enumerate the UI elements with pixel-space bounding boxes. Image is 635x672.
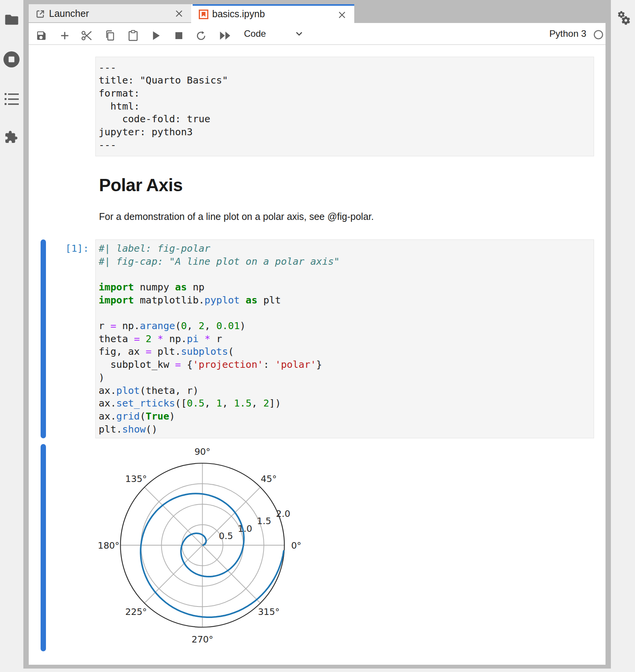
notebook-toolbar: Code Python 3 (29, 23, 606, 45)
code-line: ax.plot(theta, r) (99, 384, 591, 397)
sidebar-item-extension-manager[interactable] (4, 130, 18, 144)
interrupt-kernel-button[interactable] (173, 25, 184, 46)
tab-basics-ipynb[interactable]: basics.ipynb (193, 4, 354, 23)
raw-cell-line: jupyter: python3 (99, 126, 591, 139)
paste-icon (128, 30, 138, 41)
fast-forward-icon (219, 31, 231, 40)
tab-launcher-label: Launcher (49, 8, 89, 19)
cell-type-select[interactable]: Code (244, 23, 266, 44)
puzzle-icon (4, 130, 18, 144)
folder-icon (5, 14, 18, 25)
svg-text:45°: 45° (261, 474, 277, 484)
restart-run-all-button[interactable] (219, 25, 232, 46)
svg-text:225°: 225° (125, 606, 147, 617)
toc-icon (5, 93, 19, 105)
raw-cell-line: title: "Quarto Basics" (99, 74, 591, 87)
code-line (99, 268, 591, 281)
code-cell-editor[interactable]: #| label: fig-polar#| fig-cap: "A line p… (95, 239, 594, 438)
svg-text:90°: 90° (195, 446, 211, 457)
stop-icon (175, 32, 182, 39)
code-line: plt.show() (99, 423, 591, 436)
code-line: theta = 2 * np.pi * r (99, 333, 591, 346)
kernel-status-icon[interactable] (594, 30, 603, 39)
code-line: import matplotlib.pyplot as plt (99, 294, 591, 307)
svg-text:135°: 135° (125, 474, 147, 484)
code-line: subplot_kw = {'projection': 'polar'} (99, 358, 591, 371)
refresh-icon (196, 31, 206, 41)
raw-cell-line: --- (99, 139, 591, 152)
plus-icon (61, 31, 69, 40)
raw-cell-editor[interactable]: ---title: "Quarto Basics"format: html: c… (95, 57, 594, 156)
left-activity-bar (0, 0, 23, 672)
tab-launcher[interactable]: Launcher (29, 4, 191, 23)
save-button[interactable] (36, 25, 47, 46)
run-cell-button[interactable] (151, 25, 162, 46)
cell-collapser-output[interactable] (41, 444, 46, 651)
code-line: ax.set_rticks([0.5, 1, 1.5, 2]) (99, 397, 591, 410)
code-line: #| fig-cap: "A line plot on a polar axis… (99, 255, 591, 268)
copy-icon (105, 30, 116, 41)
sidebar-item-table-of-contents[interactable] (5, 93, 19, 105)
scissors-icon (82, 30, 92, 41)
markdown-paragraph: For a demonstration of a line plot on a … (99, 210, 374, 223)
gears-icon (616, 11, 630, 27)
code-line: r = np.arange(0, 2, 0.01) (99, 320, 591, 333)
launcher-icon (36, 10, 45, 18)
code-line: ax.grid(True) (99, 410, 591, 423)
svg-text:180°: 180° (98, 540, 119, 551)
notebook-panel[interactable]: ---title: "Quarto Basics"format: html: c… (29, 45, 606, 665)
save-icon (37, 31, 46, 40)
svg-text:0°: 0° (291, 540, 301, 551)
code-line: fig, ax = plt.subplots( (99, 345, 591, 358)
cell-collapser-input[interactable] (41, 239, 46, 438)
tab-basics-label: basics.ipynb (212, 8, 265, 19)
cut-cells-button[interactable] (80, 25, 93, 46)
copy-cells-button[interactable] (104, 25, 116, 46)
sidebar-item-file-browser[interactable] (5, 14, 18, 25)
running-icon (3, 51, 20, 68)
raw-cell-line: code-fold: true (99, 113, 591, 126)
raw-cell-line: html: (99, 100, 591, 113)
notebook-icon (199, 10, 208, 19)
execution-count: [1]: (59, 242, 89, 255)
code-line: import numpy as np (99, 281, 591, 294)
paste-cells-button[interactable] (127, 25, 139, 46)
restart-kernel-button[interactable] (195, 25, 207, 46)
code-line: ) (99, 371, 591, 384)
chevron-down-icon[interactable] (295, 29, 304, 38)
code-line: #| label: fig-polar (99, 242, 591, 255)
polar-plot: 0°45°90°135°180°225°270°315°0.51.01.52.0 (95, 444, 310, 652)
code-line (99, 306, 591, 320)
svg-text:270°: 270° (191, 634, 213, 645)
svg-text:0.5: 0.5 (219, 531, 233, 541)
insert-cell-button[interactable] (59, 25, 70, 46)
play-icon (152, 31, 160, 41)
svg-text:2.0: 2.0 (276, 508, 290, 519)
markdown-heading: Polar Axis (99, 174, 183, 196)
cell-output-plot: 0°45°90°135°180°225°270°315°0.51.01.52.0 (95, 444, 310, 652)
jupyterlab-window: Launcher basics.ipynb (0, 0, 635, 672)
close-icon[interactable] (175, 10, 183, 17)
sidebar-item-property-inspector[interactable] (616, 11, 630, 27)
kernel-name[interactable]: Python 3 (549, 23, 586, 44)
svg-text:315°: 315° (258, 606, 280, 617)
svg-text:1.0: 1.0 (238, 523, 252, 534)
svg-text:1.5: 1.5 (257, 516, 271, 526)
sidebar-item-running-sessions[interactable] (3, 51, 20, 68)
raw-cell-line: --- (99, 61, 591, 74)
raw-cell-line: format: (99, 87, 591, 100)
close-icon[interactable] (338, 11, 346, 19)
right-activity-bar (611, 0, 635, 672)
